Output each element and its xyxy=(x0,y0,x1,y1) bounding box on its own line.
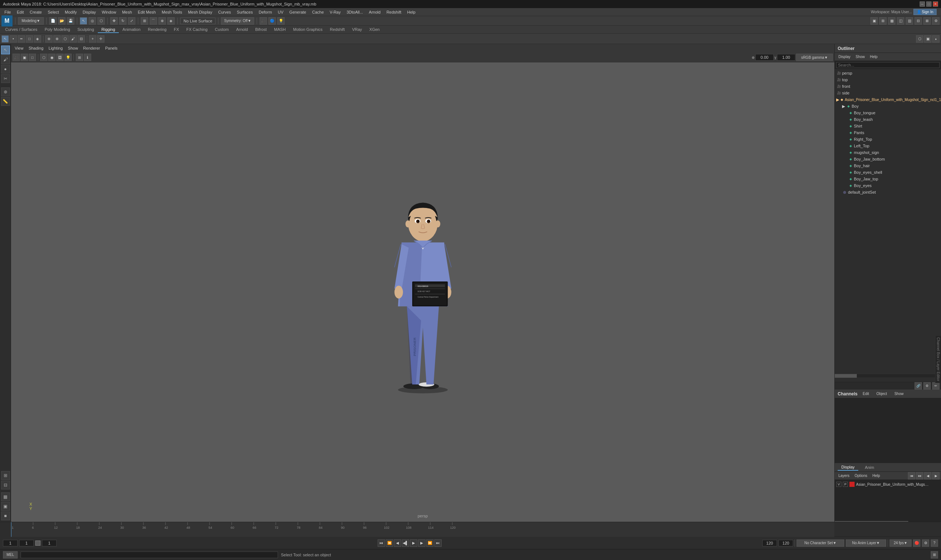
close-button[interactable]: ✕ xyxy=(933,2,938,7)
tab-mash[interactable]: MASH xyxy=(270,26,289,33)
outliner-item-boy-tongue[interactable]: ◈ Boy_tongue xyxy=(835,109,941,116)
panel-layout-2[interactable]: ⊞ xyxy=(879,17,887,25)
render-btn[interactable]: 🔵 xyxy=(268,17,276,25)
ctrl-btn1[interactable]: + xyxy=(89,35,96,43)
select-tool[interactable]: ↖ xyxy=(1,46,10,54)
lasso-tool-btn[interactable]: ◎ xyxy=(89,17,96,25)
gamma-value[interactable] xyxy=(777,54,795,61)
paint-tool-btn[interactable]: ⬡ xyxy=(97,17,105,25)
viewport-icon-2[interactable]: ⊟ xyxy=(1,481,10,489)
menu-select[interactable]: Select xyxy=(45,9,62,15)
menu-curves[interactable]: Curves xyxy=(215,9,234,15)
menu-surfaces[interactable]: Surfaces xyxy=(234,9,256,15)
cb-menu-object[interactable]: Object xyxy=(874,392,889,396)
cb-menu-show[interactable]: Show xyxy=(892,392,906,396)
vp-menu-renderer[interactable]: Renderer xyxy=(81,45,102,51)
outliner-item-boy-eyes[interactable]: ◈ Boy_eyes xyxy=(835,182,941,189)
outliner-item-top[interactable]: 🎥 top xyxy=(835,77,941,83)
modeling-dropdown[interactable]: Modeling ▼ xyxy=(18,17,44,25)
vp-menu-show[interactable]: Show xyxy=(66,45,80,51)
heads-up-btn[interactable]: ℹ xyxy=(84,54,91,61)
edge-select-btn[interactable]: ━ xyxy=(18,35,25,43)
panel-layout-1[interactable]: ▣ xyxy=(870,17,878,25)
tab-custom[interactable]: Custom xyxy=(211,26,232,33)
menu-help[interactable]: Help xyxy=(404,9,418,15)
tool-settings-toggle[interactable]: ⚙ xyxy=(932,17,939,25)
command-input[interactable] xyxy=(21,552,278,558)
grid-btn[interactable]: ⊞ xyxy=(76,54,83,61)
timeline-scrubber[interactable]: 1 6 12 18 24 30 36 42 48 54 60 66 72 xyxy=(11,522,835,537)
prev-key-btn[interactable]: ◀ xyxy=(394,539,401,547)
layer-visibility-btn[interactable]: V xyxy=(836,482,841,487)
attribute-editor-toggle[interactable]: ⊠ xyxy=(923,17,931,25)
scale-btn[interactable]: ⤢ xyxy=(128,17,135,25)
menu-file[interactable]: File xyxy=(2,9,14,15)
vp-menu-panels[interactable]: Panels xyxy=(103,45,120,51)
panel-layout-5[interactable]: ▥ xyxy=(906,17,913,25)
layer-ctrl-1[interactable]: ⏮ xyxy=(908,472,915,480)
menu-vray[interactable]: V-Ray xyxy=(327,9,344,15)
joint-tool-btn[interactable]: ⊗ xyxy=(45,35,52,43)
panel-btn-3[interactable]: ✏ xyxy=(932,382,939,389)
go-end-btn[interactable]: ⏭ xyxy=(434,539,442,547)
no-anim-layer-btn[interactable]: No Anim Layer ▼ xyxy=(846,539,886,547)
wireframe-btn[interactable]: ⬡ xyxy=(40,54,48,61)
tab-fx-caching[interactable]: FX Caching xyxy=(183,26,211,33)
symmetry-dropdown[interactable]: Symmetry: Off ▼ xyxy=(221,17,254,25)
range-start-input[interactable] xyxy=(42,540,57,546)
uv-select-btn[interactable]: ◈ xyxy=(34,35,41,43)
viewport[interactable]: View Shading Lighting Show Renderer Pane… xyxy=(11,44,835,522)
layer-playback-btn[interactable]: P xyxy=(843,482,848,487)
right-tool-2[interactable]: ▣ xyxy=(924,35,932,43)
outliner-item-boy-jaw-bottom[interactable]: ◈ Boy_Jaw_bottom xyxy=(835,156,941,162)
rotate-btn[interactable]: ↻ xyxy=(119,17,126,25)
outliner-item-shirt[interactable]: ◈ Shirt xyxy=(835,123,941,129)
texture-btn[interactable]: 🖼 xyxy=(56,54,63,61)
scrollbar-thumb[interactable] xyxy=(835,374,857,378)
snap-curve-btn[interactable]: ⌒ xyxy=(150,17,157,25)
outliner-menu-display[interactable]: Display xyxy=(836,54,853,60)
menu-edit-mesh[interactable]: Edit Mesh xyxy=(135,9,159,15)
ik-handle-btn[interactable]: ⊕ xyxy=(53,35,61,43)
layer-tab-display[interactable]: Display xyxy=(838,464,858,471)
outliner-item-boy-leash[interactable]: ◈ Boy_leash xyxy=(835,116,941,123)
color-profile-btn[interactable]: sRGB gamma ▼ xyxy=(796,54,833,61)
mel-python-toggle[interactable]: MEL xyxy=(3,551,18,558)
move-btn[interactable]: ✥ xyxy=(110,17,118,25)
exposure-value[interactable] xyxy=(755,54,774,61)
vp-mode-1[interactable]: ▣ xyxy=(21,54,28,61)
menu-display[interactable]: Display xyxy=(80,9,99,15)
channel-box-toggle[interactable]: ⊟ xyxy=(915,17,922,25)
sign-in-button[interactable]: 👤 Sign In xyxy=(913,9,936,15)
bind-skin-btn[interactable]: ⬡ xyxy=(62,35,69,43)
menu-mesh[interactable]: Mesh xyxy=(119,9,135,15)
light-display-btn[interactable]: 💡 xyxy=(64,54,72,61)
menu-uv[interactable]: UV xyxy=(275,9,287,15)
layer-icon-2[interactable]: ▣ xyxy=(1,502,10,511)
vertex-select-btn[interactable]: • xyxy=(9,35,17,43)
outliner-item-side[interactable]: 🎥 side xyxy=(835,90,941,96)
minimize-button[interactable]: ─ xyxy=(920,2,925,7)
outliner-item-left-top[interactable]: ◈ Left_Top xyxy=(835,143,941,149)
panel-btn-2[interactable]: ⚙ xyxy=(923,382,931,389)
layers-menu-options[interactable]: Options xyxy=(852,473,869,478)
outliner-item-boy-jaw-top[interactable]: ◈ Boy_Jaw_top xyxy=(835,175,941,182)
tab-sculpting[interactable]: Sculpting xyxy=(74,26,98,33)
tab-fx[interactable]: FX xyxy=(170,26,183,33)
panel-btn-1[interactable]: 🔗 xyxy=(915,382,922,389)
fps-btn[interactable]: 24 fps ▼ xyxy=(890,539,912,547)
menu-create[interactable]: Create xyxy=(27,9,45,15)
layer-ctrl-4[interactable]: ▶ xyxy=(932,472,939,480)
outliner-menu-show[interactable]: Show xyxy=(853,54,867,60)
new-scene-btn[interactable]: 📄 xyxy=(49,17,57,25)
vp-menu-view[interactable]: View xyxy=(12,45,26,51)
menu-arnold[interactable]: Arnold xyxy=(366,9,384,15)
no-character-set-btn[interactable]: No Character Set ▼ xyxy=(796,539,844,547)
tab-motion-graphics[interactable]: Motion Graphics xyxy=(289,26,326,33)
tab-arnold[interactable]: Arnold xyxy=(232,26,251,33)
menu-modify[interactable]: Modify xyxy=(62,9,79,15)
layer-ctrl-2[interactable]: ⏭ xyxy=(916,472,923,480)
preferences-btn[interactable]: ⚙ xyxy=(922,539,929,547)
select-mode-btn[interactable]: ↖ xyxy=(2,35,9,43)
next-key-btn[interactable]: ▶ xyxy=(418,539,426,547)
